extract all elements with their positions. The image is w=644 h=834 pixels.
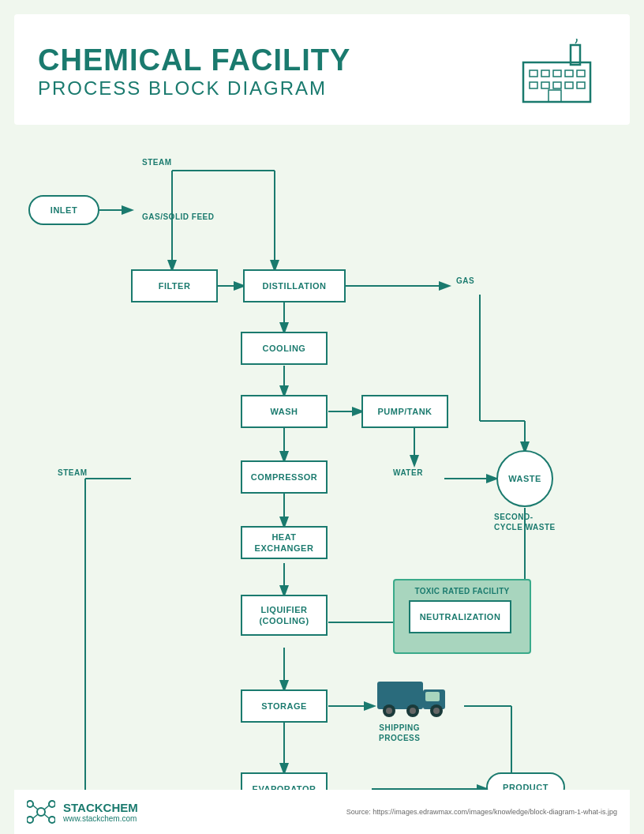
source-text: Source: https://images.edrawmax.com/imag…	[346, 808, 617, 816]
wash-block: WASH	[241, 395, 328, 428]
svg-rect-2	[530, 70, 537, 77]
heat-exchanger-block: HEAT EXCHANGER	[241, 526, 328, 559]
header: CHEMICAL FACILITY PROCESS BLOCK DIAGRAM	[14, 14, 630, 125]
gas-label: GAS	[456, 276, 474, 285]
brand-text: STACKCHEM www.stackchem.com	[63, 801, 138, 823]
svg-point-53	[37, 808, 45, 816]
distillation-block: DISTILLATION	[243, 269, 346, 302]
svg-line-59	[44, 806, 49, 810]
steam-left-label: STEAM	[58, 468, 88, 477]
shipping-label: SHIPPINGPROCESS	[379, 723, 420, 743]
storage-block: STORAGE	[241, 689, 328, 723]
svg-point-50	[410, 708, 416, 714]
toxic-rated-facility: TOXIC RATED FACILITY NEUTRALIZATION	[393, 579, 531, 654]
svg-point-52	[433, 708, 440, 714]
svg-line-58	[33, 806, 38, 810]
svg-line-61	[44, 814, 49, 818]
brand-logo	[27, 798, 55, 826]
neutralization-block: NEUTRALIZATION	[409, 600, 511, 633]
svg-point-55	[49, 801, 55, 807]
svg-rect-46	[425, 692, 440, 701]
svg-point-48	[386, 708, 392, 714]
header-title: CHEMICAL FACILITY PROCESS BLOCK DIAGRAM	[38, 44, 350, 100]
svg-point-56	[27, 817, 33, 823]
svg-rect-3	[541, 70, 549, 77]
title-line2: PROCESS BLOCK DIAGRAM	[38, 77, 350, 100]
svg-rect-5	[565, 70, 573, 77]
title-line1: CHEMICAL FACILITY	[38, 44, 350, 77]
inlet-block: INLET	[28, 195, 99, 225]
svg-rect-4	[553, 70, 561, 77]
liquifier-block: LIQUIFIER (COOLING)	[241, 595, 328, 636]
svg-rect-8	[541, 82, 549, 88]
steam-top-label: STEAM	[142, 158, 172, 167]
svg-rect-6	[577, 70, 585, 77]
svg-rect-7	[530, 82, 537, 88]
factory-icon	[511, 36, 606, 107]
pump-tank-block: PUMP/TANK	[361, 395, 448, 428]
second-cycle-label: SECOND-CYCLE WASTE	[494, 512, 556, 532]
waste-block: WASTE	[496, 450, 553, 507]
cooling-block: COOLING	[241, 332, 328, 365]
svg-rect-44	[377, 682, 423, 709]
svg-rect-12	[549, 90, 561, 102]
svg-rect-11	[577, 82, 585, 88]
svg-point-57	[49, 817, 55, 823]
diagram-area: STEAM GAS/SOLID FEED INLET FILTER DISTIL…	[14, 125, 630, 812]
gas-solid-label: GAS/SOLID FEED	[142, 212, 214, 222]
svg-rect-10	[565, 82, 573, 88]
footer: STACKCHEM www.stackchem.com Source: http…	[14, 790, 630, 834]
brand-section: STACKCHEM www.stackchem.com	[27, 798, 138, 826]
svg-point-54	[27, 801, 33, 807]
filter-block: FILTER	[131, 269, 218, 302]
svg-line-60	[33, 814, 38, 818]
water-label: WATER	[393, 468, 423, 477]
svg-rect-9	[553, 82, 561, 88]
toxic-label: TOXIC RATED FACILITY	[401, 587, 523, 595]
compressor-block: COMPRESSOR	[241, 460, 328, 494]
shipping-truck-icon	[373, 674, 452, 728]
